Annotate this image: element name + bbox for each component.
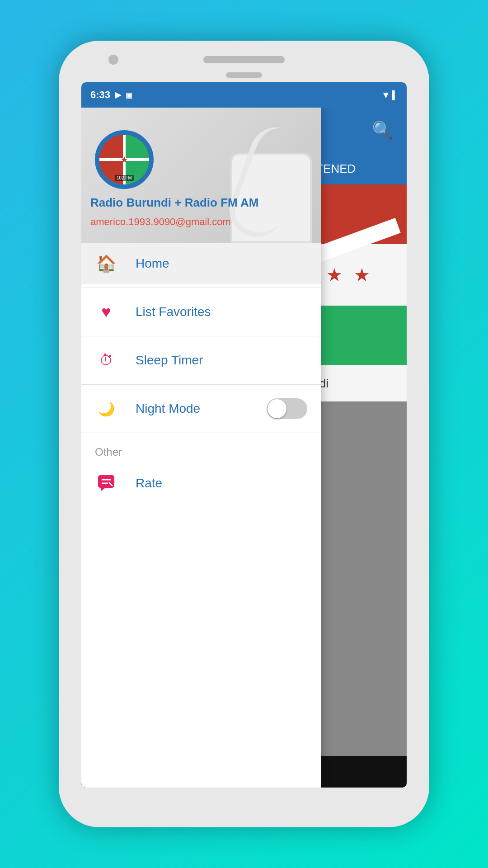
divider-1 <box>81 288 321 288</box>
svg-marker-1 <box>101 488 105 491</box>
rate-icon <box>95 472 117 495</box>
time-display: 6:33 <box>90 89 110 101</box>
status-left: 6:33 ▶ ▣ <box>90 89 132 101</box>
sidebar-item-sleep-timer[interactable]: ⏱ Sleep Timer <box>81 340 321 381</box>
drawer-logo: ★ 102.FM <box>95 130 154 189</box>
divider-3 <box>81 384 321 385</box>
speaker-bar <box>203 56 285 63</box>
status-right: ▾ ▌ <box>383 89 398 101</box>
sidebar-item-home[interactable]: 🏠 Home <box>81 243 321 284</box>
signal-icon: ▌ <box>392 90 398 100</box>
phone-top-bar <box>68 50 420 67</box>
phone-frame: 6:33 ▶ ▣ ▾ ▌ FM AM 🔍 OST LISTENED <box>59 41 429 827</box>
app-content: FM AM 🔍 OST LISTENED ★ ★ ★ <box>81 108 407 788</box>
status-bar: 6:33 ▶ ▣ ▾ ▌ <box>81 82 407 108</box>
home-label: Home <box>136 256 307 271</box>
divider-4 <box>81 433 321 433</box>
drawer-email: americo.1993.9090@gmail.com <box>90 216 231 228</box>
heart-icon: ♥ <box>95 301 117 323</box>
camera-dot <box>108 55 118 65</box>
logo-inner: ★ 102.FM <box>99 135 149 184</box>
nav-drawer: ★ 102.FM Radio Burundi + Radio FM AM ame… <box>81 108 321 788</box>
sleep-timer-label: Sleep Timer <box>136 353 307 368</box>
moon-icon: 🌙 <box>95 397 117 420</box>
sidebar-item-night-mode[interactable]: 🌙 Night Mode <box>81 388 321 429</box>
rate-label: Rate <box>136 476 307 491</box>
sidebar-item-favorites[interactable]: ♥ List Favorites <box>81 292 321 332</box>
night-mode-toggle[interactable] <box>267 398 307 419</box>
screen: 6:33 ▶ ▣ ▾ ▌ FM AM 🔍 OST LISTENED <box>81 82 407 788</box>
home-icon: 🏠 <box>95 252 117 275</box>
other-section-label: Other <box>81 437 321 463</box>
search-icon[interactable]: 🔍 <box>372 120 393 140</box>
sidebar-item-rate[interactable]: Rate <box>81 463 321 504</box>
sensor-bar <box>226 72 262 78</box>
favorites-label: List Favorites <box>136 305 307 319</box>
night-mode-label: Night Mode <box>136 401 249 416</box>
wifi-icon: ▾ <box>383 89 388 101</box>
sim-icon: ▣ <box>126 91 132 99</box>
logo-freq-text: 102.FM <box>115 175 134 181</box>
drawer-app-name: Radio Burundi + Radio FM AM <box>90 196 258 210</box>
toggle-knob <box>267 399 286 418</box>
timer-icon: ⏱ <box>95 349 117 372</box>
drawer-menu: 🏠 Home ♥ List Favorites ⏱ Sleep Timer <box>81 243 321 788</box>
logo-star: ★ <box>120 154 128 165</box>
drawer-header: ★ 102.FM Radio Burundi + Radio FM AM ame… <box>81 108 321 243</box>
play-icon: ▶ <box>115 90 121 100</box>
divider-2 <box>81 336 321 336</box>
